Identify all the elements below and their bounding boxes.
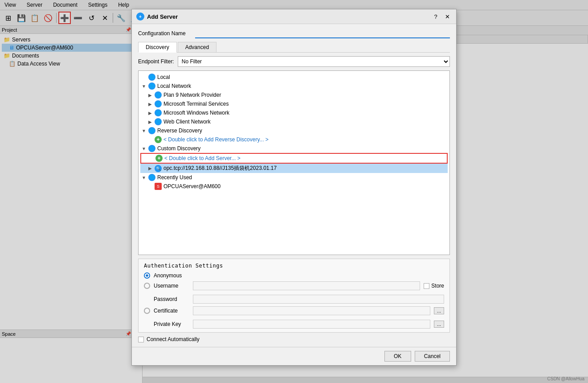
auth-privkey-label: Private Key <box>154 321 189 327</box>
auth-username-row: Username Store <box>144 281 444 290</box>
tab-discovery[interactable]: Discovery <box>138 42 177 53</box>
ok-button[interactable]: OK <box>384 351 411 362</box>
auth-cert-row: Certificate ... <box>144 306 444 315</box>
dialog-buttons: OK Cancel <box>132 347 456 365</box>
config-name-row: Configuration Name <box>138 29 450 38</box>
disc-item-add-server[interactable]: + < Double click to Add Server... > <box>140 153 448 164</box>
auth-cert-label: Certificate <box>154 308 189 314</box>
auth-user-pass-section: Username Store Password <box>144 281 444 304</box>
disc-toggle-opc-tcp: ▶ <box>147 166 153 171</box>
connect-auto-row: Connect Automatically <box>138 336 450 342</box>
disc-label-custom: Custom Discovery <box>157 145 200 152</box>
disc-label-recent: Recently Used <box>157 174 192 181</box>
disc-icon-plan9: 🌐 <box>155 91 162 99</box>
disc-icon-recent-server: S <box>155 183 162 190</box>
disc-item-opc-tcp[interactable]: ▶ 🔍 opc.tcp://192.168.10.88//J135插袋机2023… <box>140 164 448 173</box>
disc-icon-plus-server: + <box>155 155 163 162</box>
auth-username-input[interactable] <box>193 281 420 290</box>
disc-item-local-network[interactable]: ▼ 🌐 Local Network <box>140 82 448 91</box>
disc-label-local: Local <box>157 74 170 80</box>
store-row: Store <box>424 283 444 289</box>
dialog-title: Add Server <box>147 13 429 20</box>
auth-privkey-browse-button[interactable]: ... <box>434 321 444 328</box>
config-name-label: Configuration Name <box>138 30 192 37</box>
store-checkbox[interactable] <box>424 283 429 289</box>
config-name-input[interactable] <box>195 29 450 38</box>
disc-item-add-reverse[interactable]: + < Double click to Add Reverse Discover… <box>140 135 448 144</box>
cancel-button[interactable]: Cancel <box>415 351 450 362</box>
disc-item-windows-net[interactable]: ▶ 🌐 Microsoft Windows Network <box>140 108 448 117</box>
disc-icon-local-network: 🌐 <box>148 82 155 90</box>
tabs-row: Discovery Advanced <box>138 42 450 53</box>
disc-icon-custom: 🌐 <box>148 145 155 152</box>
auth-password-label: Password <box>154 296 189 302</box>
disc-item-custom-discovery[interactable]: ▼ 🌐 Custom Discovery <box>140 144 448 153</box>
dialog-title-bar: + Add Server ? ✕ <box>132 9 456 24</box>
connect-auto-label: Connect Automatically <box>147 336 200 342</box>
auth-password-input[interactable] <box>193 295 444 304</box>
disc-item-recently-used[interactable]: ▼ 🌐 Recently Used <box>140 173 448 182</box>
disc-label-windows-net: Microsoft Windows Network <box>163 110 229 116</box>
auth-cert-section: Certificate ... Private Key ... <box>144 306 444 329</box>
auth-section: Authentication Settings Anonymous Userna… <box>138 259 450 333</box>
auth-privkey-row: Private Key ... <box>144 320 444 329</box>
disc-label-opc-tcp: opc.tcp://192.168.10.88//J135插袋机2023.01.… <box>163 165 277 172</box>
endpoint-filter-label: Endpoint Filter: <box>138 58 174 65</box>
disc-icon-windows-net: 🌐 <box>155 109 162 116</box>
disc-icon-local: 🌐 <box>148 74 155 81</box>
disc-label-reverse: Reverse Discovery <box>157 128 202 134</box>
endpoint-filter-select[interactable]: No Filter <box>178 56 450 67</box>
disc-toggle-custom: ▼ <box>141 146 147 151</box>
disc-item-reverse-discovery[interactable]: ▼ 🌐 Reverse Discovery <box>140 126 448 135</box>
disc-item-recent-server[interactable]: S OPCUAServer@AM600 <box>140 182 448 191</box>
disc-label-terminal: Microsoft Terminal Services <box>163 101 229 107</box>
auth-password-row: Password <box>144 295 444 304</box>
auth-anonymous-row: Anonymous <box>144 272 444 279</box>
dialog-title-icon: + <box>136 12 144 21</box>
auth-cert-input[interactable] <box>193 306 430 315</box>
disc-toggle-reverse: ▼ <box>141 128 147 133</box>
dialog-help-button[interactable]: ? <box>431 12 440 21</box>
disc-item-local[interactable]: 🌐 Local <box>140 73 448 82</box>
auth-title: Authentication Settings <box>144 263 444 269</box>
add-server-dialog: + Add Server ? ✕ Configuration Name Disc… <box>131 9 457 366</box>
disc-toggle-plan9: ▶ <box>147 93 153 98</box>
disc-item-web-client[interactable]: ▶ 🌐 Web Client Network <box>140 117 448 126</box>
disc-toggle-local-network: ▼ <box>141 84 147 89</box>
store-label: Store <box>431 283 444 289</box>
disc-toggle-web-client: ▶ <box>147 119 153 124</box>
auth-cert-browse-button[interactable]: ... <box>434 307 444 314</box>
dialog-body: Configuration Name Discovery Advanced En… <box>132 24 456 347</box>
discovery-tree: 🌐 Local ▼ 🌐 Local Network ▶ 🌐 Plan 9 Net… <box>138 70 450 255</box>
dialog-close-button[interactable]: ✕ <box>443 12 452 21</box>
disc-toggle-windows-net: ▶ <box>147 111 153 115</box>
disc-item-terminal[interactable]: ▶ 🌐 Microsoft Terminal Services <box>140 99 448 108</box>
endpoint-filter-row: Endpoint Filter: No Filter <box>138 56 450 67</box>
tab-advanced[interactable]: Advanced <box>178 42 216 52</box>
disc-label-web-client: Web Client Network <box>163 119 211 125</box>
disc-label-recent-server: OPCUAServer@AM600 <box>163 183 220 189</box>
dialog-overlay: + Add Server ? ✕ Configuration Name Disc… <box>0 0 588 383</box>
disc-icon-web-client: 🌐 <box>155 118 162 125</box>
disc-icon-recent: 🌐 <box>148 174 155 181</box>
disc-item-plan9[interactable]: ▶ 🌐 Plan 9 Network Provider <box>140 91 448 99</box>
disc-label-local-network: Local Network <box>157 83 191 89</box>
disc-icon-plus-reverse: + <box>155 136 162 143</box>
connect-auto-checkbox[interactable] <box>138 337 144 342</box>
auth-privkey-input[interactable] <box>193 320 430 329</box>
auth-username-label: Username <box>154 283 189 289</box>
disc-toggle-terminal: ▶ <box>147 102 153 107</box>
disc-label-add-reverse: < Double click to Add Reverse Discovery.… <box>163 136 269 143</box>
radio-username[interactable] <box>144 283 150 289</box>
disc-icon-terminal: 🌐 <box>155 100 162 107</box>
disc-icon-search: 🔍 <box>155 165 162 172</box>
disc-icon-reverse: 🌐 <box>148 127 155 134</box>
radio-certificate[interactable] <box>144 308 150 314</box>
auth-anonymous-label: Anonymous <box>154 272 189 279</box>
disc-toggle-recent: ▼ <box>141 175 147 180</box>
radio-anonymous[interactable] <box>144 272 150 279</box>
disc-label-plan9: Plan 9 Network Provider <box>163 92 221 98</box>
disc-label-add-server: < Double click to Add Server... > <box>164 155 241 161</box>
